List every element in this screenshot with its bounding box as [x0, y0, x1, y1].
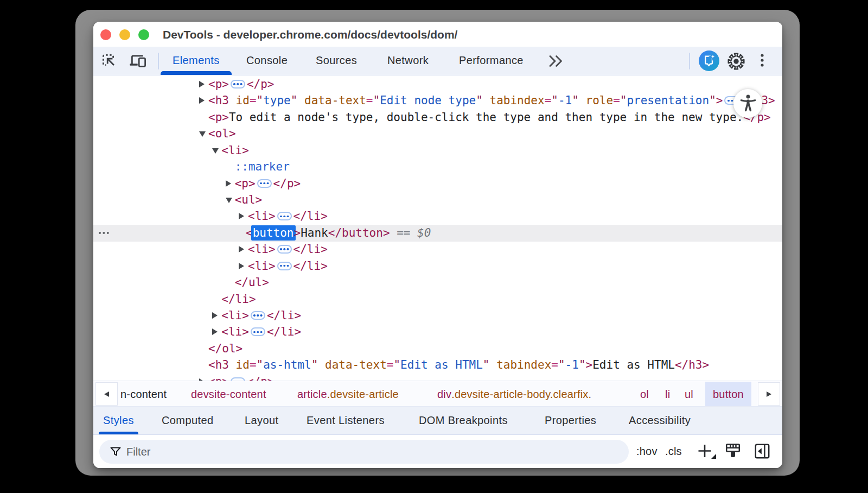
dom-node-markup: ::marker	[235, 159, 290, 175]
collapsed-children-ellipsis-icon[interactable]	[277, 212, 292, 220]
token-dollar-zero: $0	[417, 226, 431, 239]
tab-network[interactable]: Network	[387, 47, 429, 75]
token-tag: </li>	[293, 243, 328, 256]
token-equals: =	[551, 358, 558, 371]
collapsed-children-ellipsis-icon[interactable]	[251, 311, 265, 320]
dom-node[interactable]: </ul>	[93, 274, 782, 291]
token-tag: <p>	[208, 78, 229, 91]
dom-node[interactable]: <ul>	[93, 192, 782, 208]
dom-node-markup: <li></li>	[248, 241, 328, 257]
token-equals: =	[613, 94, 620, 107]
breadcrumb-item[interactable]: ul	[685, 382, 693, 407]
token-attr-name: id	[229, 358, 250, 371]
dom-node[interactable]: </li>	[93, 291, 782, 308]
token-tag: </ol>	[208, 342, 242, 355]
new-style-rule-plus-icon[interactable]	[697, 443, 717, 463]
token-quote: "	[476, 94, 483, 107]
close-window-button[interactable]	[100, 29, 111, 40]
dom-node[interactable]: <li>	[93, 142, 782, 159]
expand-arrow-icon[interactable]	[226, 180, 231, 187]
collapse-arrow-icon[interactable]	[226, 198, 232, 203]
collapse-arrow-icon[interactable]	[212, 148, 219, 154]
tab-sources[interactable]: Sources	[316, 47, 357, 75]
breadcrumb-item[interactable]: devsite-content	[191, 382, 266, 407]
collapsed-children-ellipsis-icon[interactable]	[277, 262, 292, 270]
dom-node-selected[interactable]: <button>Hank</button> == $0	[93, 225, 782, 242]
accessibility-overlay-button[interactable]	[733, 89, 762, 118]
breadcrumb-item[interactable]: article.devsite-article	[297, 382, 399, 407]
dom-node[interactable]: <p>To edit a node's type, double-click t…	[93, 109, 782, 126]
collapsed-children-ellipsis-icon[interactable]	[231, 80, 245, 89]
breadcrumb-item[interactable]: n-content	[120, 382, 167, 407]
dom-node-markup: <p></p>	[208, 76, 275, 92]
expand-arrow-icon[interactable]	[212, 312, 218, 319]
dom-node[interactable]: ::marker	[93, 159, 782, 175]
toggle-element-classes-button[interactable]: .cls	[665, 435, 682, 467]
expand-arrow-icon[interactable]	[239, 213, 244, 219]
sidebar-tabs: StylesComputedLayoutEvent ListenersDOM B…	[93, 406, 782, 435]
tab-styles[interactable]: Styles	[103, 407, 134, 434]
tab-accessibility[interactable]: Accessibility	[629, 407, 691, 434]
dom-node[interactable]: </ol>	[93, 340, 782, 357]
dom-node[interactable]: <li></li>	[93, 324, 782, 340]
token-equals: =	[250, 358, 257, 371]
token-text: Hank	[301, 226, 328, 239]
expand-arrow-icon[interactable]	[199, 97, 205, 104]
tab-layout[interactable]: Layout	[245, 407, 278, 434]
crumb-tag: div	[437, 388, 451, 401]
tab-dom-breakpoints[interactable]: DOM Breakpoints	[419, 407, 508, 434]
dom-node[interactable]: <p></p>	[93, 76, 782, 93]
dom-node[interactable]: <ol>	[93, 125, 782, 142]
token-tag: </ul>	[235, 276, 269, 289]
expand-arrow-icon[interactable]	[212, 328, 218, 335]
token-attr-name: tabindex	[483, 94, 545, 107]
dom-node-markup: <li></li>	[221, 307, 301, 324]
dom-tree-panel: <p></p><h3 id="type" data-text="Edit nod…	[93, 75, 782, 381]
breadcrumb-item[interactable]: ol	[640, 382, 649, 407]
breadcrumb-item[interactable]: li	[665, 382, 670, 407]
tab-properties[interactable]: Properties	[545, 407, 596, 434]
collapsed-children-ellipsis-icon[interactable]	[251, 327, 265, 336]
tab-computed[interactable]: Computed	[162, 407, 213, 434]
crumb-class: .devsite-article	[327, 388, 399, 401]
toggle-sidebar-icon[interactable]	[754, 443, 771, 463]
collapsed-children-ellipsis-icon[interactable]	[277, 245, 292, 254]
token-attr-name: id	[229, 94, 250, 107]
dom-node[interactable]: <li></li>	[93, 208, 782, 225]
expand-arrow-icon[interactable]	[239, 246, 244, 252]
dom-node[interactable]: <li></li>	[93, 307, 782, 324]
dom-node-markup: <p>To edit a node's type, double-click t…	[208, 109, 771, 125]
dom-node-markup: <ol>	[208, 125, 236, 142]
dom-node[interactable]: <li></li>	[93, 258, 782, 275]
dom-node[interactable]: <p></p>	[93, 175, 782, 192]
devtools-window: DevTools - developer.chrome.com/docs/dev…	[93, 22, 782, 468]
dom-node[interactable]: <li></li>	[93, 241, 782, 258]
minimize-window-button[interactable]	[119, 29, 130, 40]
collapse-arrow-icon[interactable]	[199, 131, 206, 137]
token-tag: </p>	[273, 177, 301, 190]
tab-elements[interactable]: Elements	[173, 47, 220, 75]
rendering-brush-icon[interactable]	[724, 443, 742, 463]
token-equals: =	[387, 358, 394, 371]
breadcrumb-item-selected[interactable]: button	[705, 382, 751, 407]
zoom-window-button[interactable]	[138, 29, 149, 40]
toggle-hover-state-button[interactable]: :hov	[636, 435, 658, 467]
crumb-tag: ol	[640, 388, 649, 401]
dom-node[interactable]: <p></p>	[93, 374, 782, 381]
tab-performance[interactable]: Performance	[459, 47, 524, 75]
filter-input[interactable]: Filter	[99, 440, 629, 464]
crumb-tag: article	[297, 388, 327, 401]
tab-event-listeners[interactable]: Event Listeners	[307, 407, 385, 434]
token-pseudo-marker: ::marker	[235, 160, 290, 173]
expand-arrow-icon[interactable]	[239, 263, 244, 269]
collapsed-children-ellipsis-icon[interactable]	[257, 179, 272, 188]
tab-console[interactable]: Console	[246, 47, 288, 75]
breadcrumb-list: n-contentdevsite-contentarticle.devsite-…	[93, 382, 782, 407]
token-quote: "	[291, 94, 298, 107]
token-tag: <p>	[208, 375, 229, 381]
dom-node[interactable]: <h3 id="as-html" data-text="Edit as HTML…	[93, 357, 782, 374]
expand-arrow-icon[interactable]	[199, 81, 205, 87]
dom-node[interactable]: <h3 id="type" data-text="Edit node type"…	[93, 92, 782, 109]
token-tag: <li>	[248, 260, 276, 273]
breadcrumb-item[interactable]: div.devsite-article-body.clearfix.	[437, 382, 591, 407]
